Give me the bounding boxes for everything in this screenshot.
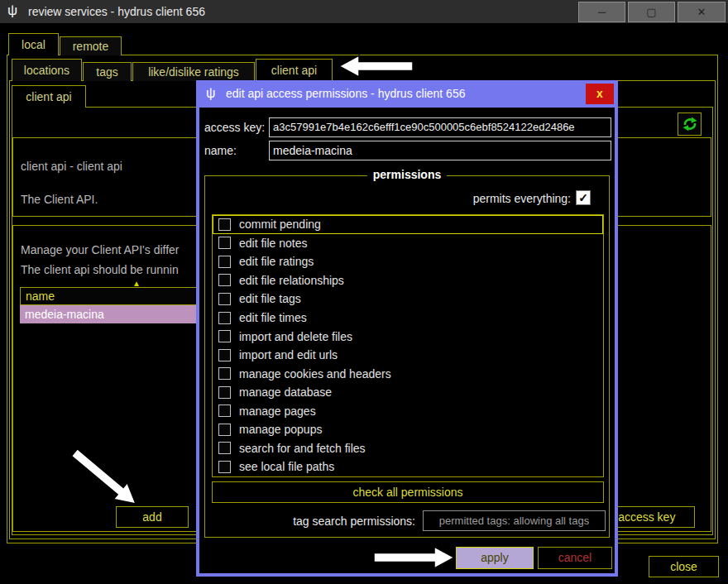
checkbox-icon[interactable] [218,312,231,324]
sort-ascending-icon: ▲ [132,279,141,288]
cancel-button[interactable]: cancel [538,547,612,569]
checkbox-icon[interactable] [218,404,231,417]
permission-label: import and delete files [239,330,352,343]
checkbox-icon[interactable] [218,330,231,342]
name-label: name: [204,144,237,157]
maximize-button[interactable]: ▢ [628,2,675,22]
tag-search-permissions-button[interactable]: permitted tags: allowing all tags [423,510,606,531]
dialog-close-button[interactable]: x [586,84,614,104]
window-title: review services - hydrus client 656 [28,5,205,18]
permission-label: edit file notes [239,237,308,250]
close-window-button[interactable]: ✕ [678,2,726,22]
main-titlebar: ψ review services - hydrus client 656 ─ … [0,0,728,23]
edit-api-permissions-dialog: ψ edit api access permissions - hydrus c… [196,80,618,577]
service-description-text: The Client API. [21,193,98,206]
permissions-groupbox: permissions permits everything: ✓ commit… [204,175,610,538]
tab-remote[interactable]: remote [60,36,122,55]
tab-tags[interactable]: tags [83,62,132,81]
checkbox-icon[interactable] [218,218,231,231]
permission-item[interactable]: edit file times [213,309,603,328]
tab-like-dislike-ratings[interactable]: like/dislike ratings [132,62,255,81]
permission-label: manage database [239,385,332,399]
permission-label: edit file times [239,311,307,324]
permission-item[interactable]: edit file notes [213,234,603,253]
permission-item[interactable]: commit pending [213,215,603,234]
hydrus-dialog-icon: ψ [206,86,215,101]
checkbox-icon[interactable] [218,424,231,436]
access-key-input[interactable]: a3c57991e7b4e162c6efff1ce90c500005c6ebf8… [269,117,611,137]
permission-label: commit pending [239,218,321,231]
permission-label: edit file relationships [239,274,344,287]
permissions-group-title: permissions [367,168,447,181]
permission-label: import and edit urls [239,348,338,361]
refresh-button[interactable] [678,112,702,136]
checkbox-icon[interactable] [218,256,231,268]
permission-label: manage cookies and headers [239,367,391,381]
tab-client-api[interactable]: client api [256,59,333,81]
permission-item[interactable]: search for and fetch files [213,439,603,458]
checkbox-icon[interactable] [218,461,231,473]
manage-info-text-1: Manage your Client API's differ [21,243,180,256]
permission-label: see local file paths [239,460,334,473]
permission-label: manage pages [239,404,316,418]
checkbox-icon[interactable] [218,274,231,286]
checkbox-icon[interactable] [218,349,231,361]
name-input[interactable]: medeia-macina [269,141,611,160]
permission-label: manage popups [239,423,322,436]
permission-item[interactable]: import and delete files [213,327,603,346]
permission-label: search for and fetch files [239,442,366,455]
permission-label: edit file tags [239,292,301,305]
close-dialog-main-button[interactable]: close [649,556,719,577]
add-button[interactable]: add [116,506,189,528]
permission-item[interactable]: edit file ratings [213,252,603,271]
permission-item[interactable]: manage pages [213,401,603,420]
hydrus-app-icon: ψ [7,2,17,19]
checkbox-icon[interactable] [218,367,231,380]
checkbox-icon[interactable] [218,386,231,399]
tag-search-permissions-label: tag search permissions: [293,515,415,528]
permissions-list: commit pending edit file notes edit file… [212,214,604,477]
permission-item[interactable]: import and edit urls [213,346,603,365]
checkbox-icon[interactable] [218,237,231,249]
minimize-button[interactable]: ─ [578,2,625,22]
tab-client-api-service[interactable]: client api [12,85,86,108]
dialog-titlebar: ψ edit api access permissions - hydrus c… [199,80,615,108]
refresh-icon [682,116,698,132]
tab-local[interactable]: local [8,33,59,55]
dialog-content: access key: a3c57991e7b4e162c6efff1ce90c… [199,108,615,573]
checkbox-icon[interactable] [218,442,231,454]
service-title-text: client api - client api [21,160,122,173]
permission-label: edit file ratings [239,255,314,268]
manage-info-text-2: The client api should be runnin [21,263,179,276]
permission-item[interactable]: manage popups [213,420,603,439]
apply-button[interactable]: apply [456,547,534,569]
permission-item[interactable]: see local file paths [213,457,603,476]
checkbox-icon[interactable] [218,293,231,305]
access-key-label: access key: [204,121,265,134]
permits-everything-checkbox[interactable]: ✓ [576,190,591,205]
check-all-permissions-button[interactable]: check all permissions [212,481,604,503]
dialog-title: edit api access permissions - hydrus cli… [226,87,465,100]
permission-item[interactable]: edit file tags [213,290,603,309]
permission-item[interactable]: manage database [213,383,603,402]
permission-item[interactable]: edit file relationships [213,271,603,290]
permission-item[interactable]: manage cookies and headers [213,364,603,383]
tab-locations[interactable]: locations [12,59,82,81]
permits-everything-label: permits everything: [473,192,571,205]
